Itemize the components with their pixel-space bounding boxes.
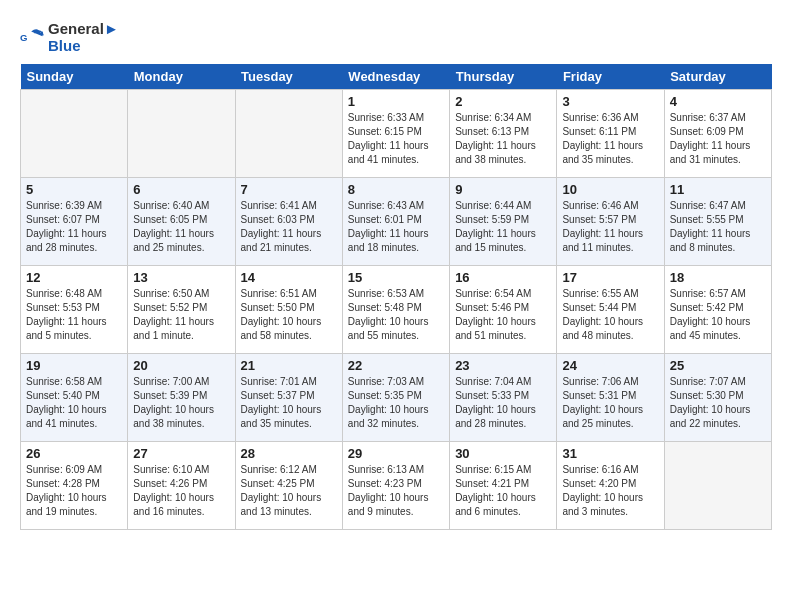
day-number: 26	[26, 446, 122, 461]
week-row-3: 12Sunrise: 6:48 AM Sunset: 5:53 PM Dayli…	[21, 266, 772, 354]
day-number: 14	[241, 270, 337, 285]
col-header-wednesday: Wednesday	[342, 64, 449, 90]
day-info: Sunrise: 7:00 AM Sunset: 5:39 PM Dayligh…	[133, 375, 229, 431]
day-number: 13	[133, 270, 229, 285]
col-header-tuesday: Tuesday	[235, 64, 342, 90]
day-info: Sunrise: 6:47 AM Sunset: 5:55 PM Dayligh…	[670, 199, 766, 255]
calendar-cell: 7Sunrise: 6:41 AM Sunset: 6:03 PM Daylig…	[235, 178, 342, 266]
day-number: 27	[133, 446, 229, 461]
week-row-4: 19Sunrise: 6:58 AM Sunset: 5:40 PM Dayli…	[21, 354, 772, 442]
day-number: 6	[133, 182, 229, 197]
day-number: 8	[348, 182, 444, 197]
day-info: Sunrise: 6:43 AM Sunset: 6:01 PM Dayligh…	[348, 199, 444, 255]
day-info: Sunrise: 6:40 AM Sunset: 6:05 PM Dayligh…	[133, 199, 229, 255]
day-info: Sunrise: 6:34 AM Sunset: 6:13 PM Dayligh…	[455, 111, 551, 167]
day-info: Sunrise: 6:54 AM Sunset: 5:46 PM Dayligh…	[455, 287, 551, 343]
day-number: 21	[241, 358, 337, 373]
day-info: Sunrise: 6:55 AM Sunset: 5:44 PM Dayligh…	[562, 287, 658, 343]
day-info: Sunrise: 7:06 AM Sunset: 5:31 PM Dayligh…	[562, 375, 658, 431]
day-number: 24	[562, 358, 658, 373]
col-header-sunday: Sunday	[21, 64, 128, 90]
day-info: Sunrise: 6:16 AM Sunset: 4:20 PM Dayligh…	[562, 463, 658, 519]
day-info: Sunrise: 6:57 AM Sunset: 5:42 PM Dayligh…	[670, 287, 766, 343]
col-header-monday: Monday	[128, 64, 235, 90]
logo-text: General► Blue	[48, 20, 119, 54]
calendar-cell: 16Sunrise: 6:54 AM Sunset: 5:46 PM Dayli…	[450, 266, 557, 354]
day-info: Sunrise: 6:36 AM Sunset: 6:11 PM Dayligh…	[562, 111, 658, 167]
calendar-cell: 26Sunrise: 6:09 AM Sunset: 4:28 PM Dayli…	[21, 442, 128, 530]
day-info: Sunrise: 6:09 AM Sunset: 4:28 PM Dayligh…	[26, 463, 122, 519]
calendar-cell: 20Sunrise: 7:00 AM Sunset: 5:39 PM Dayli…	[128, 354, 235, 442]
day-number: 29	[348, 446, 444, 461]
calendar-cell: 19Sunrise: 6:58 AM Sunset: 5:40 PM Dayli…	[21, 354, 128, 442]
day-number: 18	[670, 270, 766, 285]
calendar-cell: 12Sunrise: 6:48 AM Sunset: 5:53 PM Dayli…	[21, 266, 128, 354]
col-header-friday: Friday	[557, 64, 664, 90]
day-number: 16	[455, 270, 551, 285]
day-info: Sunrise: 7:07 AM Sunset: 5:30 PM Dayligh…	[670, 375, 766, 431]
calendar-cell: 29Sunrise: 6:13 AM Sunset: 4:23 PM Dayli…	[342, 442, 449, 530]
calendar-cell: 24Sunrise: 7:06 AM Sunset: 5:31 PM Dayli…	[557, 354, 664, 442]
day-number: 17	[562, 270, 658, 285]
day-number: 4	[670, 94, 766, 109]
week-row-5: 26Sunrise: 6:09 AM Sunset: 4:28 PM Dayli…	[21, 442, 772, 530]
day-info: Sunrise: 6:46 AM Sunset: 5:57 PM Dayligh…	[562, 199, 658, 255]
day-number: 15	[348, 270, 444, 285]
day-info: Sunrise: 6:15 AM Sunset: 4:21 PM Dayligh…	[455, 463, 551, 519]
day-number: 12	[26, 270, 122, 285]
day-number: 3	[562, 94, 658, 109]
page-header: G General► Blue	[20, 20, 772, 54]
day-number: 7	[241, 182, 337, 197]
calendar-cell: 11Sunrise: 6:47 AM Sunset: 5:55 PM Dayli…	[664, 178, 771, 266]
day-info: Sunrise: 6:51 AM Sunset: 5:50 PM Dayligh…	[241, 287, 337, 343]
day-number: 11	[670, 182, 766, 197]
calendar-cell: 5Sunrise: 6:39 AM Sunset: 6:07 PM Daylig…	[21, 178, 128, 266]
day-number: 30	[455, 446, 551, 461]
week-row-1: 1Sunrise: 6:33 AM Sunset: 6:15 PM Daylig…	[21, 90, 772, 178]
calendar-cell: 31Sunrise: 6:16 AM Sunset: 4:20 PM Dayli…	[557, 442, 664, 530]
calendar-cell: 30Sunrise: 6:15 AM Sunset: 4:21 PM Dayli…	[450, 442, 557, 530]
calendar-cell: 13Sunrise: 6:50 AM Sunset: 5:52 PM Dayli…	[128, 266, 235, 354]
day-number: 20	[133, 358, 229, 373]
col-header-saturday: Saturday	[664, 64, 771, 90]
day-info: Sunrise: 6:41 AM Sunset: 6:03 PM Dayligh…	[241, 199, 337, 255]
day-info: Sunrise: 6:13 AM Sunset: 4:23 PM Dayligh…	[348, 463, 444, 519]
calendar-cell	[21, 90, 128, 178]
day-info: Sunrise: 7:04 AM Sunset: 5:33 PM Dayligh…	[455, 375, 551, 431]
svg-text:G: G	[20, 32, 27, 43]
day-info: Sunrise: 6:48 AM Sunset: 5:53 PM Dayligh…	[26, 287, 122, 343]
day-number: 1	[348, 94, 444, 109]
col-header-thursday: Thursday	[450, 64, 557, 90]
day-info: Sunrise: 7:01 AM Sunset: 5:37 PM Dayligh…	[241, 375, 337, 431]
calendar-cell: 15Sunrise: 6:53 AM Sunset: 5:48 PM Dayli…	[342, 266, 449, 354]
day-number: 10	[562, 182, 658, 197]
day-info: Sunrise: 6:10 AM Sunset: 4:26 PM Dayligh…	[133, 463, 229, 519]
calendar-cell: 14Sunrise: 6:51 AM Sunset: 5:50 PM Dayli…	[235, 266, 342, 354]
calendar-cell: 8Sunrise: 6:43 AM Sunset: 6:01 PM Daylig…	[342, 178, 449, 266]
logo-icon: G	[20, 25, 44, 49]
calendar-cell: 17Sunrise: 6:55 AM Sunset: 5:44 PM Dayli…	[557, 266, 664, 354]
day-info: Sunrise: 6:39 AM Sunset: 6:07 PM Dayligh…	[26, 199, 122, 255]
day-number: 23	[455, 358, 551, 373]
day-info: Sunrise: 6:12 AM Sunset: 4:25 PM Dayligh…	[241, 463, 337, 519]
calendar-table: SundayMondayTuesdayWednesdayThursdayFrid…	[20, 64, 772, 530]
day-info: Sunrise: 6:33 AM Sunset: 6:15 PM Dayligh…	[348, 111, 444, 167]
header-row: SundayMondayTuesdayWednesdayThursdayFrid…	[21, 64, 772, 90]
day-info: Sunrise: 7:03 AM Sunset: 5:35 PM Dayligh…	[348, 375, 444, 431]
calendar-cell: 6Sunrise: 6:40 AM Sunset: 6:05 PM Daylig…	[128, 178, 235, 266]
day-info: Sunrise: 6:44 AM Sunset: 5:59 PM Dayligh…	[455, 199, 551, 255]
calendar-cell	[664, 442, 771, 530]
calendar-cell: 1Sunrise: 6:33 AM Sunset: 6:15 PM Daylig…	[342, 90, 449, 178]
calendar-cell: 9Sunrise: 6:44 AM Sunset: 5:59 PM Daylig…	[450, 178, 557, 266]
day-number: 25	[670, 358, 766, 373]
calendar-cell	[235, 90, 342, 178]
week-row-2: 5Sunrise: 6:39 AM Sunset: 6:07 PM Daylig…	[21, 178, 772, 266]
calendar-cell: 21Sunrise: 7:01 AM Sunset: 5:37 PM Dayli…	[235, 354, 342, 442]
calendar-cell	[128, 90, 235, 178]
day-number: 19	[26, 358, 122, 373]
calendar-cell: 3Sunrise: 6:36 AM Sunset: 6:11 PM Daylig…	[557, 90, 664, 178]
calendar-cell: 28Sunrise: 6:12 AM Sunset: 4:25 PM Dayli…	[235, 442, 342, 530]
logo: G General► Blue	[20, 20, 119, 54]
calendar-cell: 4Sunrise: 6:37 AM Sunset: 6:09 PM Daylig…	[664, 90, 771, 178]
calendar-cell: 25Sunrise: 7:07 AM Sunset: 5:30 PM Dayli…	[664, 354, 771, 442]
